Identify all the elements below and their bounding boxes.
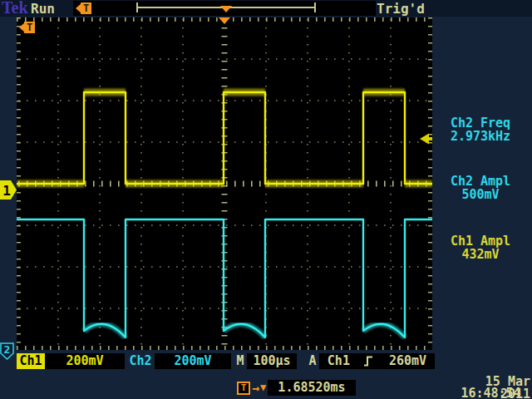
- trigger-delay-icon: T: [237, 382, 250, 395]
- waveform-ch2: [17, 219, 432, 337]
- timebase-label: M: [234, 353, 247, 369]
- trigger-source: Ch1: [328, 353, 350, 368]
- header-bar: Tek Run T Trig'd: [0, 0, 532, 17]
- trigger-settings-box: Ch1 260mV: [319, 353, 435, 369]
- trigger-point-marker-icon: [219, 17, 230, 24]
- measurement-label: Ch2 Freq: [431, 116, 530, 130]
- trigger-position-indicator-icon: [220, 6, 232, 12]
- ch1-ground-marker: 1: [0, 180, 17, 200]
- trigger-delay-readout: 1.68520ms: [268, 380, 356, 396]
- ch2-scale-label: Ch2: [126, 353, 155, 369]
- ch1-scale-badge: Ch1: [17, 353, 45, 369]
- position-bar-right-bracket: [314, 2, 316, 12]
- rising-slope-icon: [364, 356, 373, 367]
- trigger-flag-icon: T: [19, 22, 36, 33]
- measurement-label: Ch2 Ampl: [431, 175, 530, 188]
- measurement-value: 432mV: [431, 248, 530, 261]
- svg-text:2: 2: [4, 343, 11, 356]
- waveform-ch1: [17, 92, 432, 184]
- acquisition-status: Run: [31, 1, 55, 17]
- measurement-ch2-ampl: Ch2 Ampl 500mV: [431, 175, 530, 201]
- waveform-display: [17, 17, 432, 350]
- measurement-ch2-freq: Ch2 Freq 2.973kHz: [431, 116, 530, 143]
- time-readout: 16:48:54: [451, 387, 530, 399]
- arrow-right-icon: →: [252, 382, 259, 395]
- trigger-status: Trig'd: [377, 1, 425, 17]
- trigger-level-value: 260mV: [389, 353, 426, 368]
- oscilloscope-screen: Tek Run T Trig'd: [0, 0, 532, 399]
- ch1-scale-value: 200mV: [45, 353, 125, 369]
- trigger-mode-label: A: [306, 353, 319, 369]
- measurement-value: 2.973kHz: [431, 130, 530, 143]
- ch2-scale-value: 200mV: [155, 353, 231, 369]
- ch2-ground-marker: 2: [0, 342, 15, 361]
- trigger-time-marker-icon: T: [76, 2, 92, 14]
- graticule: [17, 17, 432, 350]
- svg-text:T: T: [27, 22, 32, 33]
- triangle-down-icon: ▼: [260, 382, 266, 393]
- svg-text:1: 1: [2, 183, 11, 199]
- measurement-label: Ch1 Ampl: [431, 234, 530, 248]
- timebase-value: 100µs: [247, 353, 297, 369]
- measurement-ch1-ampl: Ch1 Ampl 432mV: [431, 234, 530, 261]
- tek-logo: Tek: [2, 0, 28, 17]
- measurement-value: 500mV: [431, 188, 530, 201]
- svg-text:T: T: [83, 2, 89, 14]
